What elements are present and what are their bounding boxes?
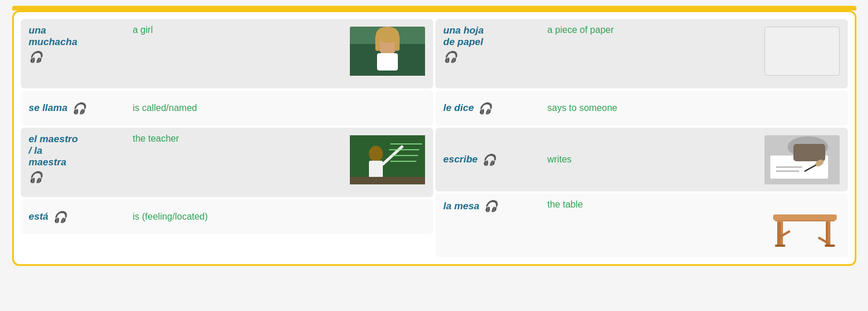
english-term-una-hoja: a piece of paper: [548, 25, 759, 35]
paper-image: [764, 27, 840, 76]
image-area-escribe: [759, 134, 840, 186]
spanish-term-se-llama: se llama 🎧: [29, 102, 133, 115]
writing-image: [764, 135, 840, 184]
spanish-term-una-muchacha: unamuchacha 🎧: [29, 25, 133, 64]
girl-image: [350, 27, 425, 76]
svg-rect-5: [375, 35, 380, 51]
audio-icon-esta[interactable]: 🎧: [53, 210, 67, 224]
svg-rect-34: [825, 245, 835, 247]
vocab-row-una-hoja: una hojade papel 🎧 a piece of paper: [435, 19, 848, 88]
teacher-image: [350, 135, 425, 184]
spanish-term-esta: está 🎧: [29, 210, 133, 224]
vocab-row-escribe: escribe 🎧 writes: [435, 128, 848, 191]
image-area-una-muchacha: [344, 25, 425, 77]
english-term-se-llama: is called/named: [133, 103, 425, 113]
spanish-term-una-hoja: una hojade papel 🎧: [444, 25, 548, 64]
svg-rect-33: [775, 245, 785, 247]
english-term-esta: is (feeling/located): [133, 212, 425, 222]
vocab-row-esta: está 🎧 is (feeling/located): [21, 199, 433, 234]
top-bar: [12, 6, 856, 10]
svg-rect-10: [369, 161, 383, 179]
english-term-el-maestro: the teacher: [133, 134, 344, 144]
audio-icon-le-dice[interactable]: 🎧: [478, 102, 492, 115]
english-term-le-dice: says to someone: [548, 103, 840, 113]
svg-rect-27: [777, 221, 781, 247]
audio-icon-escribe[interactable]: 🎧: [482, 153, 496, 166]
audio-icon-se-llama[interactable]: 🎧: [72, 102, 86, 115]
svg-rect-26: [773, 214, 837, 220]
english-term-escribe: writes: [548, 154, 759, 165]
spanish-term-escribe: escribe 🎧: [444, 153, 548, 166]
image-area-el-maestro: [344, 134, 425, 186]
vocab-row-se-llama: se llama 🎧 is called/named: [21, 91, 433, 125]
vocab-row-una-muchacha: unamuchacha 🎧 a girl: [21, 19, 433, 88]
outer-container: unamuchacha 🎧 a girl: [12, 10, 856, 266]
table-image: [770, 201, 840, 253]
english-term-una-muchacha: a girl: [133, 25, 344, 35]
spanish-term-la-mesa: la mesa 🎧: [444, 199, 548, 213]
audio-icon-la-mesa[interactable]: 🎧: [484, 199, 498, 213]
svg-rect-6: [395, 35, 400, 51]
image-area-la-mesa: [759, 199, 840, 251]
image-area-una-hoja: [759, 25, 840, 77]
left-column: unamuchacha 🎧 a girl: [21, 19, 433, 257]
svg-point-9: [369, 146, 383, 162]
right-column: una hojade papel 🎧 a piece of paper: [435, 19, 848, 257]
spanish-term-le-dice: le dice 🎧: [444, 102, 548, 115]
vocab-grid: unamuchacha 🎧 a girl: [21, 19, 848, 257]
svg-rect-16: [350, 177, 425, 184]
audio-icon-el-maestro[interactable]: 🎧: [29, 171, 133, 184]
audio-icon-una-hoja[interactable]: 🎧: [444, 50, 548, 64]
vocab-row-le-dice: le dice 🎧 says to someone: [435, 91, 848, 125]
svg-rect-3: [377, 53, 398, 71]
english-term-la-mesa: the table: [548, 199, 759, 210]
vocab-row-el-maestro: el maestro/ lamaestra 🎧 the teacher: [21, 128, 433, 197]
audio-icon-una-muchacha[interactable]: 🎧: [29, 50, 133, 64]
spanish-term-el-maestro: el maestro/ lamaestra 🎧: [29, 134, 133, 184]
svg-rect-20: [793, 144, 825, 161]
vocab-row-la-mesa: la mesa 🎧 the table: [435, 194, 848, 257]
